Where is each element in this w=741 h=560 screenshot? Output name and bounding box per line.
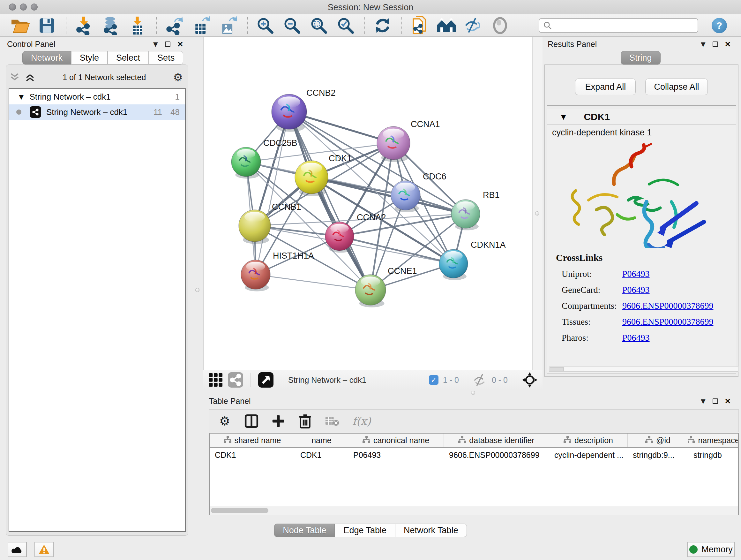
network-node-CCNA1[interactable]: CCNA1 — [377, 119, 440, 162]
network-node-CDKN1A[interactable]: CDKN1A — [439, 240, 506, 280]
panel-collapse-icon[interactable]: ▼ — [701, 397, 705, 405]
network-node-CCNE1[interactable]: CCNE1 — [355, 266, 417, 307]
zoom-out-icon — [283, 16, 301, 35]
selected-checkbox-icon[interactable]: ✓ — [429, 375, 439, 385]
tab-network-table[interactable]: Network Table — [395, 523, 467, 537]
tree-expand-arrow-icon[interactable]: ▼ — [19, 93, 23, 101]
cloud-button[interactable] — [8, 542, 27, 557]
column-header-shared-name[interactable]: shared name — [210, 434, 295, 447]
table-cell[interactable]: CDK1 — [210, 448, 295, 462]
export-image-button[interactable] — [218, 16, 239, 36]
new-network-from-selection-button[interactable] — [409, 16, 430, 36]
hide-selected-button[interactable] — [463, 16, 484, 36]
expand-all-icon[interactable] — [24, 72, 36, 82]
zoom-in-button[interactable] — [255, 16, 276, 36]
expand-all-button[interactable]: Expand All — [575, 78, 636, 95]
panel-float-icon[interactable] — [713, 42, 718, 47]
column-header-@id[interactable]: @id — [628, 434, 688, 447]
network-node-CCNB1[interactable]: CCNB1 — [239, 202, 301, 244]
right-splitter-grip[interactable] — [535, 211, 539, 215]
share-network-icon[interactable] — [227, 372, 244, 388]
crosslink-link[interactable]: P06493 — [622, 285, 650, 295]
panel-close-icon[interactable]: × — [178, 39, 183, 49]
birds-eye-view-icon[interactable] — [208, 373, 223, 387]
crosslink-link[interactable]: P06493 — [622, 333, 650, 343]
horizontal-splitter-grip[interactable] — [471, 391, 475, 395]
gene-header-row[interactable]: ▼ CDK1 — [547, 109, 736, 125]
scrollbar-thumb[interactable] — [211, 508, 268, 513]
network-tree: ▼ String Network – cdk1 1 String Network… — [9, 88, 186, 532]
column-header-name[interactable]: name — [295, 434, 348, 447]
edge-HIST1H1A-CCNE1[interactable] — [256, 274, 370, 290]
delete-column-icon[interactable] — [298, 413, 312, 429]
table-horizontal-scrollbar[interactable] — [210, 506, 738, 515]
crosslink-link[interactable]: P06493 — [622, 269, 650, 279]
first-neighbors-button[interactable] — [436, 16, 457, 36]
collapse-all-icon[interactable] — [9, 72, 20, 82]
control-panel-window-icons: ▼ × — [153, 38, 183, 50]
tab-string[interactable]: String — [621, 51, 661, 64]
tab-style[interactable]: Style — [71, 51, 108, 64]
table-cell[interactable]: CDK1 — [295, 448, 348, 462]
network-node-CDK1[interactable]: CDK1 — [295, 153, 352, 196]
network-options-gear-icon[interactable]: ⚙ — [173, 71, 183, 84]
table-cell[interactable]: stringdb:9... — [628, 448, 688, 462]
edge-CCNB2-HIST1H1A[interactable] — [256, 112, 289, 274]
help-button[interactable]: ? — [712, 18, 727, 33]
crosslink-link[interactable]: 9606.ENSP00000378699 — [622, 301, 713, 311]
left-splitter-grip[interactable] — [195, 288, 199, 292]
detach-view-icon[interactable] — [258, 372, 274, 388]
table-cell[interactable]: 9606.ENSP00000378699 — [444, 448, 549, 462]
zoom-out-button[interactable] — [281, 16, 302, 36]
import-table-button[interactable] — [127, 16, 148, 36]
center-view-crosshair-icon[interactable] — [522, 372, 537, 388]
network-collection-row[interactable]: ▼ String Network – cdk1 1 — [9, 89, 185, 105]
panel-close-icon[interactable]: × — [725, 39, 731, 49]
panel-close-icon[interactable]: × — [725, 396, 731, 406]
add-column-icon[interactable] — [271, 413, 285, 429]
table-cell[interactable]: P06493 — [348, 448, 444, 462]
table-cell[interactable]: stringdb — [688, 448, 738, 462]
refresh-button[interactable] — [372, 16, 393, 36]
network-canvas[interactable]: CCNB2CCNA1CDC25BCDK1CDC6RB1CCNB1CCNA2CDK… — [203, 37, 532, 370]
memory-button[interactable]: Memory — [687, 542, 735, 557]
panel-collapse-icon[interactable]: ▼ — [701, 41, 705, 48]
gene-box-scrollbar[interactable] — [549, 367, 738, 372]
collapse-all-button[interactable]: Collapse All — [645, 78, 708, 95]
export-table-button[interactable] — [191, 16, 212, 36]
tab-sets[interactable]: Sets — [149, 51, 183, 64]
show-all-button[interactable] — [489, 16, 511, 36]
open-session-button[interactable] — [10, 16, 30, 36]
edge-CCNB2-CCNE1[interactable] — [289, 112, 370, 290]
import-table-icon — [128, 16, 147, 35]
table-options-gear-icon[interactable]: ⚙ — [218, 413, 232, 429]
network-node-HIST1H1A[interactable]: HIST1H1A — [241, 251, 314, 291]
zoom-selected-button[interactable] — [335, 16, 356, 36]
panel-float-icon[interactable] — [713, 398, 718, 404]
export-network-button[interactable] — [164, 16, 185, 36]
import-network-file-button[interactable] — [73, 16, 94, 36]
column-header-canonical-name[interactable]: canonical name — [348, 434, 444, 447]
warnings-button[interactable] — [35, 542, 54, 557]
column-header-database-identifier[interactable]: database identifier — [444, 434, 549, 447]
gene-collapse-arrow-icon[interactable]: ▼ — [561, 113, 566, 121]
zoom-fit-button[interactable] — [308, 16, 329, 36]
panel-float-icon[interactable] — [165, 42, 171, 47]
crosslink-link[interactable]: 9606.ENSP00000378699 — [622, 317, 713, 327]
tab-edge-table[interactable]: Edge Table — [335, 523, 395, 537]
tab-select[interactable]: Select — [108, 51, 149, 64]
network-node-RB1[interactable]: RB1 — [451, 190, 500, 230]
save-session-button[interactable] — [37, 16, 57, 36]
show-columns-icon[interactable] — [245, 413, 259, 429]
network-row[interactable]: String Network – cdk1 11 48 — [9, 105, 185, 120]
table-cell[interactable]: cyclin-dependent ... — [549, 448, 628, 462]
column-header-namespace[interactable]: namespace — [688, 434, 738, 447]
panel-collapse-icon[interactable]: ▼ — [153, 41, 158, 48]
table-row[interactable]: CDK1CDK1P064939606.ENSP00000378699cyclin… — [210, 448, 738, 462]
import-network-database-button[interactable] — [100, 16, 121, 36]
search-input[interactable] — [539, 18, 698, 33]
tab-node-table[interactable]: Node Table — [274, 523, 335, 537]
column-header-description[interactable]: description — [549, 434, 628, 447]
network-node-CDC25B[interactable]: CDC25B — [231, 138, 297, 179]
tab-network[interactable]: Network — [22, 51, 71, 64]
